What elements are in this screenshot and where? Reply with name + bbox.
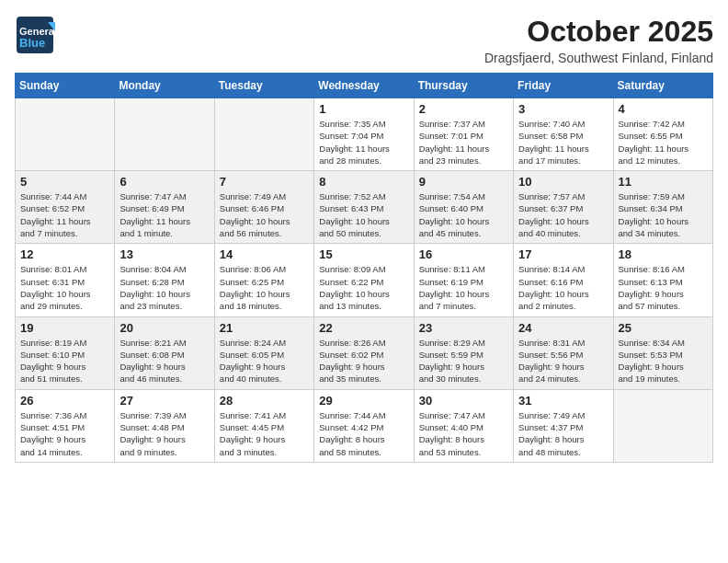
- day-number: 7: [220, 175, 309, 189]
- calendar-week-row: 26Sunrise: 7:36 AM Sunset: 4:51 PM Dayli…: [16, 389, 713, 462]
- day-info: Sunrise: 8:26 AM Sunset: 6:02 PM Dayligh…: [319, 337, 408, 385]
- day-info: Sunrise: 7:59 AM Sunset: 6:34 PM Dayligh…: [619, 190, 708, 239]
- calendar-cell: 4Sunrise: 7:42 AM Sunset: 6:55 PM Daylig…: [613, 98, 712, 171]
- calendar-week-row: 12Sunrise: 8:01 AM Sunset: 6:31 PM Dayli…: [16, 244, 713, 316]
- calendar-week-row: 1Sunrise: 7:35 AM Sunset: 7:04 PM Daylig…: [16, 98, 713, 171]
- day-number: 4: [619, 102, 708, 116]
- day-info: Sunrise: 8:16 AM Sunset: 6:13 PM Dayligh…: [619, 263, 708, 312]
- day-info: Sunrise: 7:47 AM Sunset: 6:49 PM Dayligh…: [119, 190, 209, 239]
- logo: General Blue: [15, 15, 55, 55]
- calendar-cell: 22Sunrise: 8:26 AM Sunset: 6:02 PM Dayli…: [314, 316, 414, 389]
- weekday-header-row: SundayMondayTuesdayWednesdayThursdayFrid…: [16, 74, 713, 98]
- calendar-cell: 21Sunrise: 8:24 AM Sunset: 6:05 PM Dayli…: [214, 316, 313, 389]
- day-info: Sunrise: 7:49 AM Sunset: 6:46 PM Dayligh…: [220, 190, 309, 239]
- day-number: 10: [518, 175, 608, 189]
- calendar-cell: 15Sunrise: 8:09 AM Sunset: 6:22 PM Dayli…: [314, 244, 414, 316]
- day-number: 31: [518, 394, 608, 408]
- day-info: Sunrise: 8:04 AM Sunset: 6:28 PM Dayligh…: [119, 263, 209, 312]
- calendar-cell: 18Sunrise: 8:16 AM Sunset: 6:13 PM Dayli…: [613, 244, 712, 316]
- day-number: 15: [319, 247, 408, 261]
- calendar-cell: [115, 98, 214, 171]
- weekday-header-saturday: Saturday: [613, 74, 712, 98]
- calendar-cell: 3Sunrise: 7:40 AM Sunset: 6:58 PM Daylig…: [514, 98, 613, 171]
- day-number: 21: [220, 321, 309, 335]
- day-info: Sunrise: 7:39 AM Sunset: 4:48 PM Dayligh…: [119, 409, 209, 458]
- day-info: Sunrise: 7:35 AM Sunset: 7:04 PM Dayligh…: [319, 118, 408, 167]
- calendar-cell: 11Sunrise: 7:59 AM Sunset: 6:34 PM Dayli…: [613, 171, 712, 244]
- calendar-cell: 16Sunrise: 8:11 AM Sunset: 6:19 PM Dayli…: [414, 244, 513, 316]
- calendar-cell: 19Sunrise: 8:19 AM Sunset: 6:10 PM Dayli…: [16, 316, 115, 389]
- day-number: 26: [20, 394, 109, 408]
- svg-text:Blue: Blue: [19, 36, 45, 50]
- calendar-cell: 31Sunrise: 7:49 AM Sunset: 4:37 PM Dayli…: [514, 389, 613, 462]
- day-info: Sunrise: 7:44 AM Sunset: 4:42 PM Dayligh…: [319, 409, 408, 458]
- title-area: October 2025 Dragsfjaerd, Southwest Finl…: [484, 15, 713, 65]
- calendar-cell: 25Sunrise: 8:34 AM Sunset: 5:53 PM Dayli…: [613, 316, 712, 389]
- weekday-header-tuesday: Tuesday: [214, 74, 313, 98]
- day-info: Sunrise: 7:36 AM Sunset: 4:51 PM Dayligh…: [20, 409, 109, 458]
- day-number: 29: [319, 394, 408, 408]
- calendar-table: SundayMondayTuesdayWednesdayThursdayFrid…: [15, 73, 713, 463]
- day-info: Sunrise: 7:49 AM Sunset: 4:37 PM Dayligh…: [518, 409, 608, 458]
- calendar-cell: 2Sunrise: 7:37 AM Sunset: 7:01 PM Daylig…: [414, 98, 513, 171]
- day-info: Sunrise: 7:54 AM Sunset: 6:40 PM Dayligh…: [419, 190, 508, 239]
- day-number: 23: [419, 321, 508, 335]
- day-info: Sunrise: 8:19 AM Sunset: 6:10 PM Dayligh…: [20, 337, 109, 385]
- day-number: 30: [419, 394, 508, 408]
- day-number: 16: [419, 247, 508, 261]
- weekday-header-wednesday: Wednesday: [314, 74, 414, 98]
- calendar-cell: 13Sunrise: 8:04 AM Sunset: 6:28 PM Dayli…: [115, 244, 214, 316]
- weekday-header-monday: Monday: [115, 74, 214, 98]
- day-number: 8: [319, 175, 408, 189]
- day-number: 27: [119, 394, 209, 408]
- day-number: 17: [518, 247, 608, 261]
- calendar-cell: 8Sunrise: 7:52 AM Sunset: 6:43 PM Daylig…: [314, 171, 414, 244]
- calendar-cell: 29Sunrise: 7:44 AM Sunset: 4:42 PM Dayli…: [314, 389, 414, 462]
- day-info: Sunrise: 7:41 AM Sunset: 4:45 PM Dayligh…: [220, 409, 309, 458]
- day-info: Sunrise: 8:06 AM Sunset: 6:25 PM Dayligh…: [220, 263, 309, 312]
- day-number: 24: [518, 321, 608, 335]
- calendar-cell: 10Sunrise: 7:57 AM Sunset: 6:37 PM Dayli…: [514, 171, 613, 244]
- day-number: 28: [220, 394, 309, 408]
- calendar-cell: 24Sunrise: 8:31 AM Sunset: 5:56 PM Dayli…: [514, 316, 613, 389]
- day-info: Sunrise: 7:40 AM Sunset: 6:58 PM Dayligh…: [518, 118, 608, 167]
- day-info: Sunrise: 8:11 AM Sunset: 6:19 PM Dayligh…: [419, 263, 508, 312]
- day-number: 9: [419, 175, 508, 189]
- day-info: Sunrise: 8:21 AM Sunset: 6:08 PM Dayligh…: [119, 337, 209, 385]
- calendar-cell: 26Sunrise: 7:36 AM Sunset: 4:51 PM Dayli…: [16, 389, 115, 462]
- page-header: General Blue October 2025 Dragsfjaerd, S…: [15, 15, 713, 65]
- day-info: Sunrise: 8:14 AM Sunset: 6:16 PM Dayligh…: [518, 263, 608, 312]
- calendar-cell: [214, 98, 313, 171]
- day-info: Sunrise: 8:34 AM Sunset: 5:53 PM Dayligh…: [619, 337, 708, 385]
- day-info: Sunrise: 7:37 AM Sunset: 7:01 PM Dayligh…: [419, 118, 508, 167]
- day-info: Sunrise: 7:57 AM Sunset: 6:37 PM Dayligh…: [518, 190, 608, 239]
- calendar-cell: 30Sunrise: 7:47 AM Sunset: 4:40 PM Dayli…: [414, 389, 513, 462]
- day-number: 14: [220, 247, 309, 261]
- day-info: Sunrise: 8:01 AM Sunset: 6:31 PM Dayligh…: [20, 263, 109, 312]
- calendar-cell: 17Sunrise: 8:14 AM Sunset: 6:16 PM Dayli…: [514, 244, 613, 316]
- calendar-cell: 7Sunrise: 7:49 AM Sunset: 6:46 PM Daylig…: [214, 171, 313, 244]
- day-info: Sunrise: 7:42 AM Sunset: 6:55 PM Dayligh…: [619, 118, 708, 167]
- day-info: Sunrise: 7:52 AM Sunset: 6:43 PM Dayligh…: [319, 190, 408, 239]
- day-number: 1: [319, 102, 408, 116]
- calendar-cell: 20Sunrise: 8:21 AM Sunset: 6:08 PM Dayli…: [115, 316, 214, 389]
- day-info: Sunrise: 7:44 AM Sunset: 6:52 PM Dayligh…: [20, 190, 109, 239]
- day-number: 22: [319, 321, 408, 335]
- calendar-cell: 27Sunrise: 7:39 AM Sunset: 4:48 PM Dayli…: [115, 389, 214, 462]
- calendar-cell: [613, 389, 712, 462]
- calendar-cell: 28Sunrise: 7:41 AM Sunset: 4:45 PM Dayli…: [214, 389, 313, 462]
- day-number: 5: [20, 175, 109, 189]
- day-number: 12: [20, 247, 109, 261]
- calendar-cell: 23Sunrise: 8:29 AM Sunset: 5:59 PM Dayli…: [414, 316, 513, 389]
- calendar-cell: 12Sunrise: 8:01 AM Sunset: 6:31 PM Dayli…: [16, 244, 115, 316]
- calendar-cell: 9Sunrise: 7:54 AM Sunset: 6:40 PM Daylig…: [414, 171, 513, 244]
- month-title: October 2025: [484, 15, 713, 49]
- calendar-cell: 1Sunrise: 7:35 AM Sunset: 7:04 PM Daylig…: [314, 98, 414, 171]
- calendar-cell: [16, 98, 115, 171]
- calendar-cell: 6Sunrise: 7:47 AM Sunset: 6:49 PM Daylig…: [115, 171, 214, 244]
- day-info: Sunrise: 8:31 AM Sunset: 5:56 PM Dayligh…: [518, 337, 608, 385]
- day-number: 25: [619, 321, 708, 335]
- day-info: Sunrise: 7:47 AM Sunset: 4:40 PM Dayligh…: [419, 409, 508, 458]
- day-number: 19: [20, 321, 109, 335]
- day-info: Sunrise: 8:29 AM Sunset: 5:59 PM Dayligh…: [419, 337, 508, 385]
